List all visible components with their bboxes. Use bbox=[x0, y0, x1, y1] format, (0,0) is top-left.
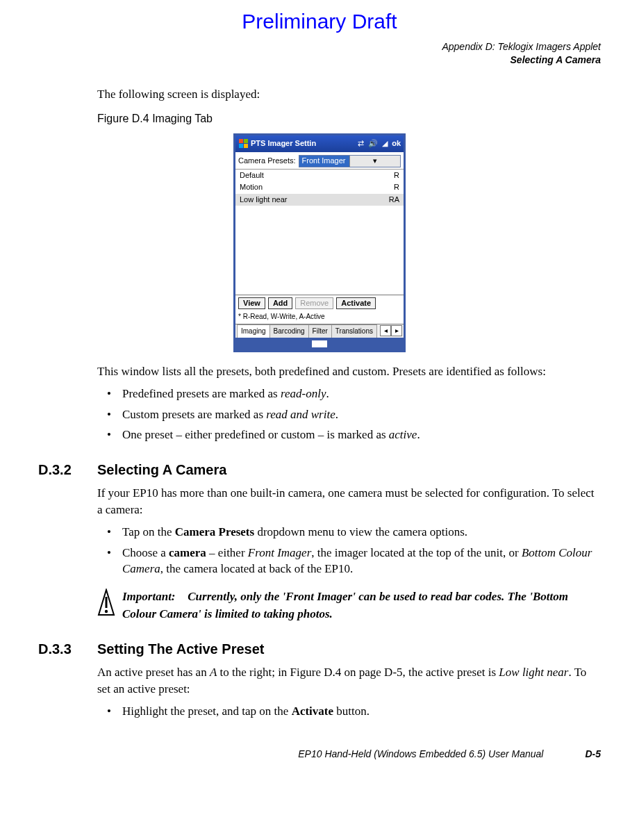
important-label: Important: bbox=[122, 588, 185, 606]
list-item: Highlight the preset, and tap on the Act… bbox=[97, 703, 601, 720]
network-icon[interactable]: ⇄ bbox=[358, 138, 364, 149]
preset-flags: RA bbox=[389, 195, 399, 205]
intro-text: The following screen is displayed: bbox=[97, 86, 601, 103]
window-titlebar: PTS Imager Settin ⇄ 🔊 ◢ ok bbox=[235, 135, 404, 152]
preset-flags: R bbox=[394, 170, 399, 181]
header-line-1: Appendix D: Teklogix Imagers Applet bbox=[38, 40, 601, 53]
list-item[interactable]: Default R bbox=[235, 170, 404, 181]
footer-page-number: D-5 bbox=[585, 748, 601, 761]
keyboard-icon[interactable] bbox=[312, 340, 327, 347]
after-figure-paragraph: This window lists all the presets, both … bbox=[97, 363, 601, 380]
list-item[interactable]: Low light near RA bbox=[235, 194, 404, 206]
chevron-down-icon[interactable]: ▾ bbox=[349, 156, 400, 166]
ok-button[interactable]: ok bbox=[392, 138, 401, 149]
page-header: Appendix D: Teklogix Imagers Applet Sele… bbox=[38, 40, 601, 67]
window-title: PTS Imager Settin bbox=[251, 138, 355, 149]
camera-presets-dropdown[interactable]: Front Imager ▾ bbox=[299, 155, 401, 167]
figure-d4: PTS Imager Settin ⇄ 🔊 ◢ ok Camera Preset… bbox=[38, 133, 601, 352]
tab-imaging[interactable]: Imaging bbox=[237, 324, 270, 338]
preset-name: Low light near bbox=[240, 195, 288, 205]
camera-presets-value: Front Imager bbox=[299, 156, 349, 166]
tab-scroll-right-icon[interactable]: ▸ bbox=[391, 325, 402, 336]
volume-icon[interactable]: 🔊 bbox=[368, 138, 378, 149]
tab-translations[interactable]: Translations bbox=[331, 324, 377, 338]
section-title-d32: Selecting A Camera bbox=[97, 460, 226, 479]
remove-button: Remove bbox=[295, 297, 333, 309]
bullet-list-1: Predefined presets are marked as read-on… bbox=[97, 386, 601, 443]
section-number-d33: D.3.3 bbox=[38, 639, 97, 659]
important-note: Important: Currently, only the 'Front Im… bbox=[97, 588, 601, 623]
device-screenshot: PTS Imager Settin ⇄ 🔊 ◢ ok Camera Preset… bbox=[233, 133, 406, 352]
section-number-d32: D.3.2 bbox=[38, 460, 97, 479]
page-footer: EP10 Hand-Held (Windows Embedded 6.5) Us… bbox=[38, 748, 601, 761]
list-item: Custom presets are marked as read and wr… bbox=[97, 406, 601, 423]
figure-caption: Figure D.4 Imaging Tab bbox=[97, 111, 601, 126]
list-item: Tap on the Camera Presets dropdown menu … bbox=[97, 524, 601, 541]
list-item: Choose a camera – either Front Imager, t… bbox=[97, 545, 601, 578]
tab-filter[interactable]: Filter bbox=[308, 324, 332, 338]
svg-point-2 bbox=[105, 610, 108, 613]
view-button[interactable]: View bbox=[238, 297, 265, 309]
d33-paragraph: An active preset has an A to the right; … bbox=[97, 664, 601, 698]
activate-button[interactable]: Activate bbox=[336, 297, 376, 309]
bullet-list-d33: Highlight the preset, and tap on the Act… bbox=[97, 703, 601, 720]
preset-name: Default bbox=[240, 170, 264, 181]
add-button[interactable]: Add bbox=[268, 297, 292, 309]
important-text: Currently, only the 'Front Imager' can b… bbox=[122, 590, 568, 620]
start-icon[interactable] bbox=[238, 139, 248, 149]
presets-list[interactable]: Default R Motion R Low light near RA bbox=[235, 170, 404, 295]
preliminary-watermark: Preliminary Draft bbox=[38, 7, 601, 36]
section-title-d33: Setting The Active Preset bbox=[97, 639, 264, 659]
header-line-2: Selecting A Camera bbox=[38, 53, 601, 67]
list-item: Predefined presets are marked as read-on… bbox=[97, 386, 601, 402]
d32-paragraph: If your EP10 has more than one built-in … bbox=[97, 485, 601, 518]
preset-name: Motion bbox=[240, 182, 263, 192]
footer-manual-name: EP10 Hand-Held (Windows Embedded 6.5) Us… bbox=[298, 748, 543, 761]
important-icon bbox=[97, 588, 115, 616]
preset-flags: R bbox=[394, 182, 399, 192]
tab-bar: Imaging Barcoding Filter Translations ◂ … bbox=[235, 324, 404, 338]
bullet-list-d32: Tap on the Camera Presets dropdown menu … bbox=[97, 524, 601, 577]
list-item: One preset – either predefined or custom… bbox=[97, 427, 601, 443]
legend-text: * R-Read, W-Write, A-Active bbox=[235, 311, 404, 324]
tab-barcoding[interactable]: Barcoding bbox=[269, 324, 309, 338]
list-item[interactable]: Motion R bbox=[235, 181, 404, 193]
camera-presets-label: Camera Presets: bbox=[238, 156, 296, 166]
soft-key-bar bbox=[235, 338, 404, 350]
tab-scroll-left-icon[interactable]: ◂ bbox=[380, 325, 391, 336]
signal-icon[interactable]: ◢ bbox=[382, 138, 388, 149]
